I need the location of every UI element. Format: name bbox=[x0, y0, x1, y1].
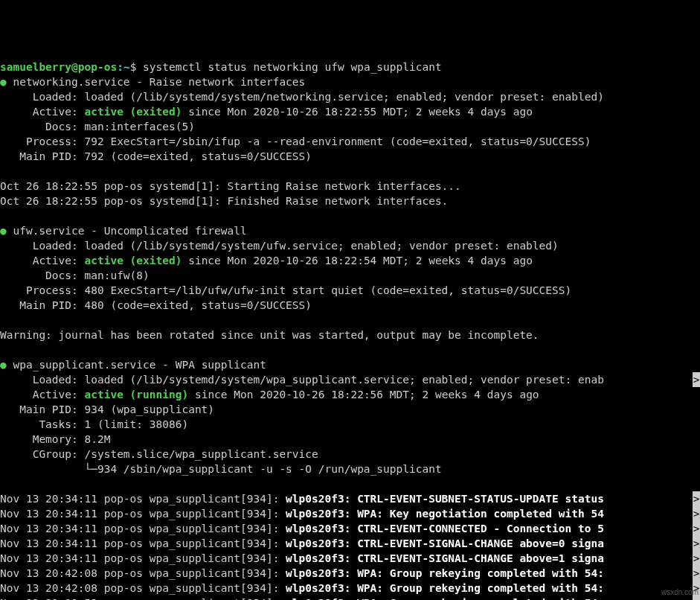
docs-line: Docs: man:ufw(8) bbox=[0, 268, 700, 283]
journal-warning: Warning: journal has been rotated since … bbox=[0, 328, 700, 342]
mainpid-line: Main PID: 480 (code=exited, status=0/SUC… bbox=[0, 298, 700, 313]
loaded-line: Loaded: loaded (/lib/systemd/system/ufw.… bbox=[0, 238, 700, 253]
journal-line: Nov 13 20:34:11 pop-os wpa_supplicant[93… bbox=[0, 551, 700, 566]
memory-line: Memory: 8.2M bbox=[0, 432, 700, 447]
journal-line: Nov 13 21:11:53 pop-os wpa_supplicant[93… bbox=[0, 596, 700, 600]
cgroup-tree: └─934 /sbin/wpa_supplicant -u -s -O /run… bbox=[0, 462, 700, 476]
truncation-arrow-icon: > bbox=[693, 491, 700, 506]
loaded-line: Loaded: loaded (/lib/systemd/system/wpa_… bbox=[0, 372, 700, 387]
prompt-host: pop-os bbox=[78, 61, 117, 73]
active-status: active (running) bbox=[85, 389, 189, 400]
active-status: active (exited) bbox=[85, 106, 182, 118]
loaded-line: Loaded: loaded (/lib/systemd/system/netw… bbox=[0, 89, 700, 104]
active-line: Active: active (running) since Mon 2020-… bbox=[0, 387, 700, 402]
status-dot-icon: ● bbox=[0, 225, 7, 237]
service-title: ● ufw.service - Uncomplicated firewall bbox=[0, 223, 700, 238]
prompt-user: samuelberry bbox=[0, 61, 71, 73]
journal-line: Nov 13 20:34:11 pop-os wpa_supplicant[93… bbox=[0, 506, 700, 521]
terminal-output[interactable]: samuelberry@pop-os:~$ systemctl status n… bbox=[0, 60, 700, 600]
docs-line: Docs: man:interfaces(5) bbox=[0, 119, 700, 134]
journal-line: Nov 13 20:34:11 pop-os wpa_supplicant[93… bbox=[0, 491, 700, 506]
truncation-arrow-icon: > bbox=[693, 566, 700, 581]
truncation-arrow-icon: > bbox=[693, 506, 700, 521]
active-line: Active: active (exited) since Mon 2020-1… bbox=[0, 253, 700, 268]
mainpid-line: Main PID: 792 (code=exited, status=0/SUC… bbox=[0, 149, 700, 164]
truncation-arrow-icon: > bbox=[693, 551, 700, 566]
journal-line: Oct 26 18:22:55 pop-os systemd[1]: Finis… bbox=[0, 194, 700, 208]
status-dot-icon: ● bbox=[0, 359, 7, 371]
mainpid-line: Main PID: 934 (wpa_supplicant) bbox=[0, 402, 700, 417]
truncation-arrow-icon: > bbox=[693, 536, 700, 551]
watermark: wsxdn.com bbox=[661, 585, 699, 600]
active-line: Active: active (exited) since Mon 2020-1… bbox=[0, 104, 700, 119]
journal-line: Nov 13 20:42:08 pop-os wpa_supplicant[93… bbox=[0, 581, 700, 596]
prompt-cwd: ~ bbox=[123, 61, 130, 73]
truncation-arrow-icon: > bbox=[693, 372, 700, 387]
process-line: Process: 480 ExecStart=/lib/ufw/ufw-init… bbox=[0, 283, 700, 298]
service-title: ● wpa_supplicant.service - WPA supplican… bbox=[0, 357, 700, 372]
cgroup-line: CGroup: /system.slice/wpa_supplicant.ser… bbox=[0, 447, 700, 462]
command: systemctl status networking ufw wpa_supp… bbox=[143, 61, 442, 73]
service-title: ● networking.service - Raise network int… bbox=[0, 74, 700, 89]
journal-line: Nov 13 20:34:11 pop-os wpa_supplicant[93… bbox=[0, 521, 700, 536]
journal-line: Nov 13 20:42:08 pop-os wpa_supplicant[93… bbox=[0, 566, 700, 581]
tasks-line: Tasks: 1 (limit: 38086) bbox=[0, 417, 700, 432]
prompt-line: samuelberry@pop-os:~$ systemctl status n… bbox=[0, 60, 700, 74]
active-status: active (exited) bbox=[85, 255, 182, 267]
journal-line: Nov 13 20:34:11 pop-os wpa_supplicant[93… bbox=[0, 536, 700, 551]
journal-line: Oct 26 18:22:55 pop-os systemd[1]: Start… bbox=[0, 179, 700, 194]
status-dot-icon: ● bbox=[0, 76, 7, 88]
process-line: Process: 792 ExecStart=/sbin/ifup -a --r… bbox=[0, 134, 700, 149]
truncation-arrow-icon: > bbox=[693, 521, 700, 536]
